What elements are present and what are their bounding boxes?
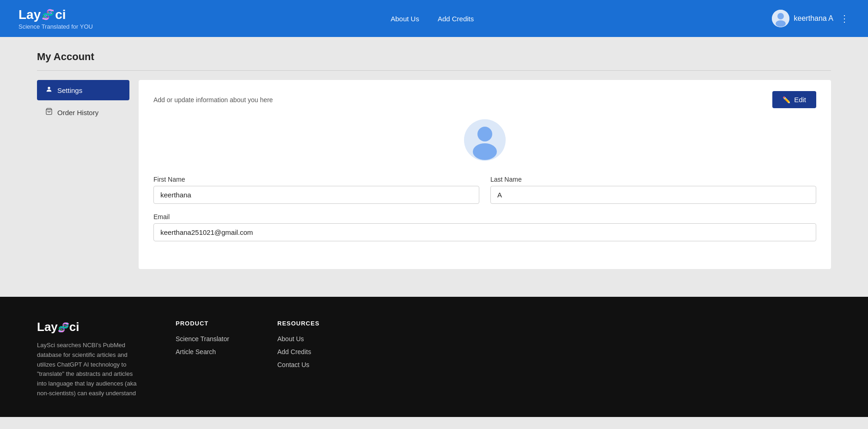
user-menu-dots[interactable]: ⋮ [840,13,850,24]
svg-point-7 [473,143,497,160]
email-input[interactable] [153,223,816,241]
avatar-section [153,119,816,161]
header-user: keerthana A ⋮ [772,10,850,27]
nav-about-us[interactable]: About Us [391,15,419,23]
name-row: First Name Last Name [153,176,816,204]
svg-point-3 [48,87,50,89]
footer-resources-col: RESOURCES About Us Add Credits Contact U… [277,320,342,374]
header: Lay🧬ci Science Translated for YOU About … [0,0,868,37]
svg-point-1 [777,13,784,19]
email-group: Email [153,213,816,241]
sidebar-item-settings[interactable]: Settings [37,80,129,100]
account-layout: Settings Order History Add or update inf… [37,80,831,269]
title-divider [37,70,831,71]
footer-product-title: PRODUCT [176,320,240,327]
settings-header: Add or update information about you here… [153,91,816,108]
first-name-group: First Name [153,176,479,204]
edit-button-label: Edit [794,96,806,104]
footer-about-us-link[interactable]: About Us [277,335,342,343]
logo-tagline: Science Translated for YOU [18,23,93,30]
main-nav: About Us Add Credits [391,15,474,23]
edit-pencil-icon: ✏️ [782,96,790,104]
logo: Lay🧬ci [18,7,93,22]
svg-point-2 [776,20,786,27]
first-name-input[interactable] [153,186,479,204]
sidebar-item-order-history[interactable]: Order History [37,102,129,123]
last-name-label: Last Name [490,176,816,183]
nav-add-credits[interactable]: Add Credits [438,15,474,23]
footer-product-col: PRODUCT Science Translator Article Searc… [176,320,240,361]
sidebar-order-history-label: Order History [57,109,98,116]
logo-snake-icon: 🧬 [42,9,54,21]
footer-brand: Lay🧬ci LaySci searches NCBI's PubMed dat… [37,320,139,398]
footer: Lay🧬ci LaySci searches NCBI's PubMed dat… [0,297,868,417]
sidebar: Settings Order History [37,80,129,269]
footer-logo: Lay🧬ci [37,320,139,334]
footer-article-search-link[interactable]: Article Search [176,348,240,355]
user-avatar [772,10,789,27]
person-icon [45,86,53,95]
footer-description: LaySci searches NCBI's PubMed database f… [37,341,139,398]
last-name-group: Last Name [490,176,816,204]
footer-science-translator-link[interactable]: Science Translator [176,335,240,343]
edit-button[interactable]: ✏️ Edit [772,91,816,108]
footer-contact-us-link[interactable]: Contact Us [277,361,342,368]
footer-logo-prefix: Lay [37,320,58,334]
footer-resources-title: RESOURCES [277,320,342,327]
settings-description: Add or update information about you here [153,96,273,104]
svg-point-6 [477,127,492,141]
logo-prefix: Lay [18,7,41,22]
email-label: Email [153,213,816,221]
footer-logo-suffix: ci [69,320,79,334]
bag-icon [45,108,53,117]
last-name-input[interactable] [490,186,816,204]
footer-add-credits-link[interactable]: Add Credits [277,348,342,355]
profile-avatar [464,119,506,161]
first-name-label: First Name [153,176,479,183]
settings-panel: Add or update information about you here… [139,80,831,269]
email-row: Email [153,213,816,241]
sidebar-settings-label: Settings [57,86,82,94]
logo-suffix: ci [55,7,66,22]
page-title: My Account [37,51,831,63]
footer-logo-snake-icon: 🧬 [58,322,69,333]
header-brand: Lay🧬ci Science Translated for YOU [18,7,93,30]
user-name: keerthana A [794,14,833,23]
main-content: My Account Settings [0,37,868,297]
